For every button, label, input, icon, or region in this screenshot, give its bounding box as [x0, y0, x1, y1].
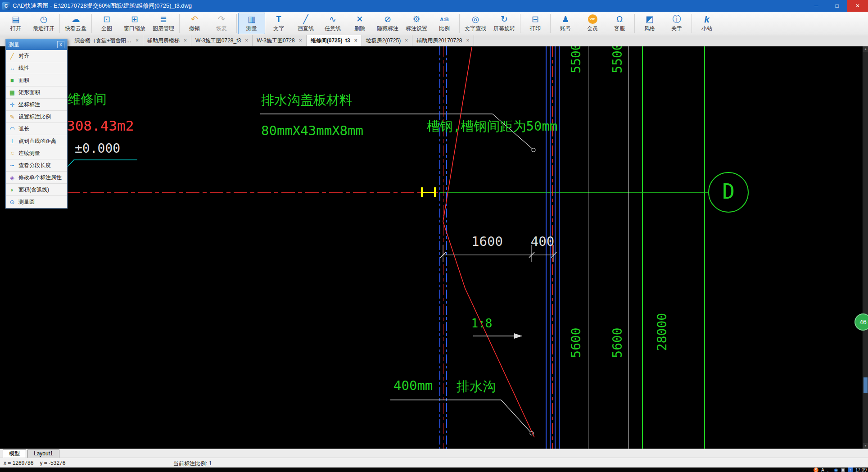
- ime-punct-icon[interactable]: 、: [827, 467, 832, 472]
- toolbar-open-label: 打开: [10, 25, 21, 32]
- minimize-button[interactable]: ─: [806, 0, 827, 12]
- measure-item-modify-annotation[interactable]: ◈修改单个标注属性: [6, 172, 67, 184]
- tab-zonghelou[interactable]: 综合楼（食堂+宿舍阳…×: [70, 35, 143, 46]
- close-button[interactable]: ✕: [847, 0, 868, 12]
- toolbar-site-button[interactable]: k小站: [693, 13, 720, 34]
- cursor-coordinates: x = 1269786 y = -53276: [4, 460, 65, 466]
- align-icon: ╱: [9, 53, 16, 59]
- toolbar-redo-button[interactable]: ↷恢复: [208, 13, 235, 34]
- floating-badge[interactable]: 46: [854, 313, 868, 331]
- measure-item-coordinate[interactable]: ✛坐标标注: [6, 99, 67, 111]
- toolbar-annotation-settings-button[interactable]: ⚙标注设置: [402, 13, 431, 34]
- toolbar-screen-rotate-button[interactable]: ↻屏幕旋转: [490, 13, 519, 34]
- sogou-ime-icon[interactable]: S: [814, 467, 818, 472]
- pencil-icon: ✎: [9, 113, 16, 120]
- tab-close-icon[interactable]: ×: [405, 37, 408, 44]
- toolbar-vip-button[interactable]: VIP会员: [579, 13, 606, 34]
- measure-item-label: 点到直线的距离: [18, 137, 56, 145]
- toolbar-delete-button[interactable]: ✕删除: [346, 13, 373, 34]
- cloud-icon: ☁: [72, 14, 80, 25]
- toolbar-full-view-button[interactable]: ⊡全图: [93, 13, 120, 34]
- toolbar-style-button[interactable]: ◩风格: [636, 13, 663, 34]
- toolbar-style-label: 风格: [644, 25, 655, 32]
- toolbar-text-search-button[interactable]: ◎文字查找: [461, 13, 490, 34]
- toolbar-undo-button[interactable]: ↶撤销: [181, 13, 208, 34]
- measure-item-label: 面积: [18, 77, 29, 84]
- tab-close-icon[interactable]: ×: [299, 37, 302, 44]
- measure-item-label: 测量圆: [18, 198, 35, 206]
- ime-mode-icon[interactable]: A: [821, 467, 824, 472]
- toolbar-cloud-drive-button[interactable]: ☁快看云盘: [61, 13, 90, 34]
- toolbar-delete-label: 删除: [354, 25, 365, 32]
- tab-label: 综合楼（食堂+宿舍阳…: [74, 37, 131, 45]
- tab-close-icon[interactable]: ×: [184, 37, 187, 44]
- maximize-button[interactable]: □: [827, 0, 847, 12]
- person-icon: ♟: [561, 14, 569, 25]
- measure-item-continuous[interactable]: ≈连续测量: [6, 147, 67, 159]
- toolbar-support-button[interactable]: Ω客服: [606, 13, 633, 34]
- toolbar-text-label: 文字: [273, 25, 284, 32]
- toolbar-text-button[interactable]: T文字: [265, 13, 292, 34]
- measure-item-area-with-arc[interactable]: ◗面积(含弧线): [6, 184, 67, 196]
- keyboard-icon[interactable]: ▣: [841, 467, 845, 472]
- measure-item-segment-length[interactable]: ┅查看分段长度: [6, 159, 67, 172]
- tab-close-icon[interactable]: ×: [354, 37, 357, 44]
- main-toolbar: ▤打开 ◷最近打开 ☁快看云盘 ⊡全图 ⊞窗口缩放 ≣图层管理 ↶撤销 ↷恢复 …: [0, 12, 868, 35]
- toolbar-layer-manager-button[interactable]: ≣图层管理: [149, 13, 178, 34]
- tab-weixiujian-active[interactable]: 维修间(0725)_t3×: [307, 35, 362, 46]
- tray-expand-icon[interactable]: ↑: [848, 467, 853, 472]
- rect-area-icon: ▦: [9, 89, 16, 96]
- measure-item-set-scale[interactable]: ✎设置标注比例: [6, 111, 67, 123]
- dim-5500-a-text: 5500: [569, 46, 583, 73]
- system-tray: S A 、 ◉ ▣ ↑ 17:09: [814, 467, 867, 472]
- toolbar-about-button[interactable]: ⓘ关于: [663, 13, 690, 34]
- scrollbar-thumb[interactable]: [863, 377, 868, 393]
- drawing-canvas[interactable]: 维修间 308.43m2 ±0.000 排水沟盖板材料 80mmX43mmX8m…: [0, 46, 868, 449]
- vertical-scrollbar[interactable]: ▲ ▼: [863, 46, 868, 449]
- toolbar-draw-line-button[interactable]: ╱画直线: [292, 13, 319, 34]
- ime-skin-icon[interactable]: ◉: [834, 467, 838, 472]
- drain-cover-note-text: 排水沟盖板材料: [261, 91, 353, 109]
- scroll-up-icon[interactable]: ▲: [863, 46, 868, 52]
- toolbar-free-line-button[interactable]: ∿任意线: [319, 13, 346, 34]
- tab-label: 垃圾房2(0725): [366, 37, 401, 45]
- measure-item-arc-length[interactable]: ◠弧长: [6, 123, 67, 135]
- tab-fuzhuyongfang[interactable]: 辅助用房20170728×: [412, 35, 474, 46]
- toolbar-free-line-label: 任意线: [325, 25, 341, 32]
- toolbar-print-button[interactable]: ⊟打印: [522, 13, 549, 34]
- tab-w3-shigongtu-t3[interactable]: W-3施工图0728_t3×: [191, 35, 253, 46]
- channel-steel-note-text: 槽钢,槽钢间距为50mm: [427, 118, 557, 136]
- model-tab[interactable]: 模型: [3, 449, 26, 458]
- model-layout-bar: 模型 Layout1: [0, 449, 868, 458]
- toolbar-measure-button[interactable]: ▥测量: [238, 13, 265, 34]
- recent-open-icon: ◷: [40, 14, 48, 25]
- measure-item-area[interactable]: ■面积: [6, 74, 67, 86]
- tab-close-icon[interactable]: ×: [466, 37, 470, 44]
- toolbar-scale-button[interactable]: A:B比例: [431, 13, 458, 34]
- toolbar-separator: [91, 14, 92, 33]
- toolbar-hide-annotation-button[interactable]: ⊘隐藏标注: [373, 13, 402, 34]
- toolbar-recent-open-button[interactable]: ◷最近打开: [29, 13, 58, 34]
- toolbar-separator: [179, 14, 180, 33]
- tab-close-icon[interactable]: ×: [245, 37, 248, 44]
- coordinate-y: y = -53276: [40, 460, 65, 466]
- layout1-tab[interactable]: Layout1: [27, 449, 59, 458]
- measure-item-point-line-distance[interactable]: ⊥点到直线的距离: [6, 135, 67, 147]
- measure-panel-close-icon[interactable]: x: [57, 41, 64, 48]
- measure-item-linear[interactable]: ↔线性: [6, 62, 67, 74]
- measure-item-align[interactable]: ╱对齐: [6, 50, 67, 62]
- toolbar-open-button[interactable]: ▤打开: [2, 13, 29, 34]
- toolbar-account-button[interactable]: ♟账号: [552, 13, 579, 34]
- tab-fuzhuyongfang-louti[interactable]: 辅助用房楼梯×: [143, 35, 191, 46]
- toolbar-window-zoom-button[interactable]: ⊞窗口缩放: [120, 13, 149, 34]
- scroll-down-icon[interactable]: ▼: [863, 443, 868, 449]
- measure-item-rect-area[interactable]: ▦矩形面积: [6, 86, 67, 99]
- measure-panel-header[interactable]: 测量 x: [6, 39, 67, 50]
- document-tab-bar: « 综合楼（食堂+宿舍阳…× 辅助用房楼梯× W-3施工图0728_t3× W-…: [0, 35, 868, 46]
- toolbar-layer-manager-label: 图层管理: [153, 25, 174, 32]
- measure-item-measure-circle[interactable]: ⊙测量圆: [6, 196, 67, 208]
- tab-w3-shigongtu[interactable]: W-3施工图0728×: [253, 35, 307, 46]
- tab-close-icon[interactable]: ×: [136, 37, 139, 44]
- measure-item-label: 坐标标注: [18, 101, 40, 109]
- tab-lajifang[interactable]: 垃圾房2(0725)×: [362, 35, 412, 46]
